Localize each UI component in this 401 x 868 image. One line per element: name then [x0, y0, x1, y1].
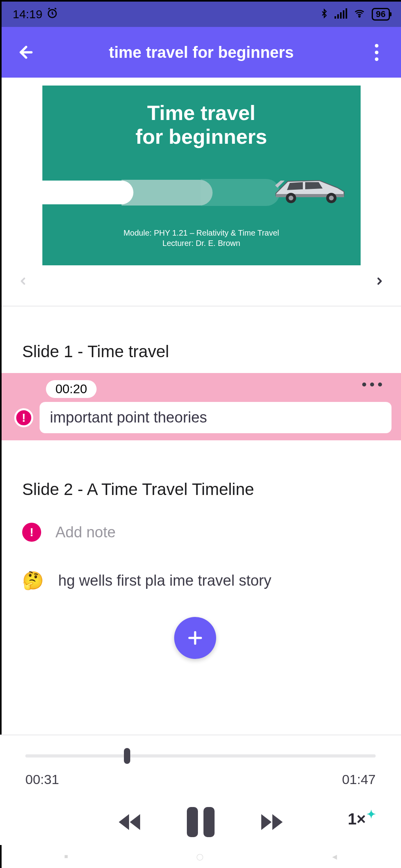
back-button[interactable] — [14, 43, 38, 61]
overflow-menu-button[interactable] — [365, 44, 388, 61]
back-icon[interactable]: ◀ — [332, 853, 337, 860]
rewind-button[interactable] — [116, 811, 143, 833]
slide-1-heading: Slide 1 - Time travel — [2, 342, 401, 361]
svg-rect-1 — [334, 16, 336, 19]
car-graphic — [272, 173, 347, 206]
slide-nav — [2, 265, 401, 301]
seek-thumb[interactable] — [124, 748, 130, 764]
svg-rect-4 — [343, 10, 344, 19]
system-nav-bar: ■ ◯ ◀ — [1, 845, 401, 868]
svg-point-11 — [329, 196, 334, 200]
app-bar: time travel for beginners — [2, 27, 401, 78]
current-time: 00:31 — [25, 772, 59, 787]
signal-icon — [334, 8, 347, 20]
status-time: 14:19 — [13, 8, 42, 21]
add-button[interactable] — [174, 617, 216, 659]
slide-2-heading: Slide 2 - A Time Travel Timeline — [2, 480, 401, 499]
note-text-input[interactable] — [40, 402, 391, 433]
alarm-icon — [46, 7, 58, 22]
battery-indicator: 96 — [372, 8, 390, 21]
total-time: 01:47 — [342, 772, 376, 787]
svg-rect-2 — [337, 14, 339, 19]
add-note-placeholder: Add note — [55, 524, 116, 541]
note-timestamp[interactable]: 00:20 — [46, 380, 97, 398]
svg-point-6 — [359, 16, 360, 17]
notes-content: Slide 1 - Time travel 00:20 ! Slide 2 - … — [2, 306, 401, 589]
status-bar: 14:19 96 — [2, 2, 401, 27]
bluetooth-icon — [319, 7, 329, 22]
thinking-emoji-icon: 🤔 — [22, 572, 44, 589]
audio-player: 00:31 01:47 1×✦ — [1, 735, 401, 845]
svg-rect-3 — [340, 12, 342, 19]
slide-title-line1: Time travel — [42, 101, 361, 125]
page-title: time travel for beginners — [38, 44, 365, 61]
slide-module-text: Module: PHY 1.21 – Relativity & Time Tra… — [42, 228, 361, 238]
playback-speed-button[interactable]: 1×✦ — [348, 810, 376, 828]
slide-title-line2: for beginners — [42, 125, 361, 149]
important-icon[interactable]: ! — [14, 408, 33, 427]
wifi-icon — [353, 8, 366, 20]
forward-button[interactable] — [258, 811, 286, 833]
prev-slide-button[interactable] — [17, 272, 29, 294]
seek-bar[interactable] — [25, 751, 376, 761]
slide-preview-area: Time travel for beginners Module: PHY 1.… — [2, 78, 401, 306]
note-text: hg wells first pla ime travel story — [58, 572, 272, 589]
important-icon: ! — [22, 523, 41, 542]
next-slide-button[interactable] — [374, 272, 385, 294]
home-icon[interactable]: ◯ — [196, 853, 203, 860]
slide-lecturer-text: Lecturer: Dr. E. Brown — [42, 239, 361, 248]
active-note-row[interactable]: 00:20 ! — [2, 373, 401, 440]
svg-point-9 — [289, 196, 293, 200]
add-note-row[interactable]: ! Add note — [2, 523, 401, 542]
recent-apps-icon[interactable]: ■ — [64, 853, 68, 860]
trail-graphic — [42, 177, 300, 208]
svg-rect-5 — [346, 8, 347, 19]
note-row[interactable]: 🤔 hg wells first pla ime travel story — [2, 572, 401, 589]
slide-image[interactable]: Time travel for beginners Module: PHY 1.… — [42, 86, 361, 265]
note-menu-button[interactable] — [362, 383, 382, 386]
pause-button[interactable] — [187, 807, 215, 837]
sparkle-icon: ✦ — [367, 808, 376, 821]
